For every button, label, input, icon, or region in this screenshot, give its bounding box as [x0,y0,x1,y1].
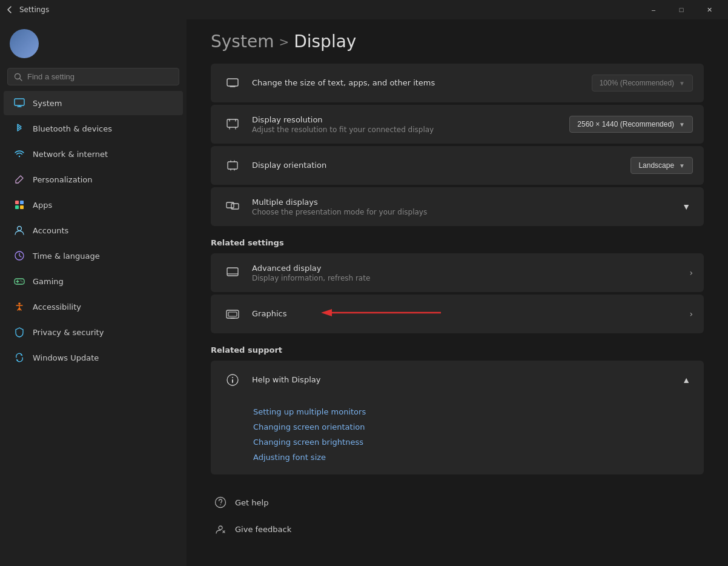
search-input[interactable] [27,72,173,81]
sidebar-item-network-label: Network & internet [33,150,108,159]
scale-text: Change the size of text, apps, and other… [252,78,592,88]
minimize-button[interactable]: – [640,0,667,19]
sidebar-item-accessibility[interactable]: Accessibility [4,295,183,319]
sidebar-item-network[interactable]: Network & internet [4,142,183,166]
sidebar-item-time-label: Time & language [33,251,100,261]
svg-point-35 [220,504,221,505]
search-icon [14,73,22,81]
orientation-text: Display orientation [252,161,630,171]
person-icon [13,224,25,236]
svg-rect-18 [227,79,238,86]
advanced-display-row[interactable]: Advanced display Display information, re… [211,253,704,292]
multiple-displays-row[interactable]: Multiple displays Choose the presentatio… [211,187,704,226]
orientation-dropdown[interactable]: Landscape ▼ [630,157,693,174]
help-icon [222,369,243,391]
svg-rect-24 [227,268,238,276]
titlebar-left: Settings [5,5,49,15]
orientation-icon [222,155,243,176]
svg-point-17 [18,302,21,305]
accessibility-icon [13,301,25,313]
advanced-display-desc: Display information, refresh rate [252,274,689,282]
scale-chevron: ▼ [679,80,685,87]
sidebar-item-update[interactable]: Windows Update [4,345,183,370]
svg-rect-7 [20,201,24,204]
svg-rect-33 [232,379,233,383]
resolution-text: Display resolution Adjust the resolution… [252,115,569,134]
scale-row[interactable]: Change the size of text, apps, and other… [211,64,704,102]
wifi-icon [13,148,25,160]
give-feedback-item[interactable]: Give feedback [211,516,704,542]
graphics-title: Graphics [252,309,689,318]
back-icon[interactable] [5,5,15,15]
svg-point-32 [232,377,233,378]
scale-dropdown[interactable]: 100% (Recommended) ▼ [592,75,693,92]
help-link-orientation[interactable]: Changing screen orientation [253,419,692,434]
advanced-display-title: Advanced display [252,264,689,273]
sidebar-item-accounts[interactable]: Accounts [4,218,183,242]
graphics-wrapper: Graphics › [211,295,704,333]
sidebar-item-personalization[interactable]: Personalization [4,167,183,191]
search-box[interactable] [7,68,179,85]
maximize-button[interactable]: □ [667,0,695,19]
orientation-value: Landscape [638,161,674,170]
scale-control: 100% (Recommended) ▼ [592,75,693,92]
sidebar: System Bluetooth & devices Network & int… [0,19,187,566]
sidebar-item-bluetooth[interactable]: Bluetooth & devices [4,116,183,141]
svg-rect-9 [20,205,24,209]
sidebar-item-bluetooth-label: Bluetooth & devices [33,124,112,133]
multiple-displays-desc: Choose the presentation mode for your di… [252,208,680,216]
sidebar-item-gaming-label: Gaming [33,277,64,286]
svg-rect-21 [228,162,237,169]
titlebar-controls: – □ ✕ [640,0,723,19]
multiple-displays-icon [222,196,243,218]
help-display-row[interactable]: Help with Display ▲ [211,361,704,399]
close-button[interactable]: ✕ [695,0,723,19]
titlebar: Settings – □ ✕ [0,0,728,19]
help-display-collapse[interactable]: ▲ [680,373,693,387]
sidebar-item-personalization-label: Personalization [33,175,93,184]
orientation-title: Display orientation [252,161,630,170]
graphics-row[interactable]: Graphics › [211,295,704,333]
graphics-text: Graphics [252,309,689,319]
sidebar-item-gaming[interactable]: Gaming [4,269,183,293]
sidebar-item-accounts-label: Accounts [33,226,68,235]
help-link-font[interactable]: Adjusting font size [253,450,692,465]
sidebar-item-privacy[interactable]: Privacy & security [4,320,183,344]
avatar [10,29,39,58]
advanced-display-text: Advanced display Display information, re… [252,264,689,282]
multiple-displays-expand[interactable]: ▼ [680,199,693,214]
svg-point-15 [21,281,22,282]
sidebar-item-privacy-label: Privacy & security [33,328,104,337]
resolution-dropdown[interactable]: 2560 × 1440 (Recommended) ▼ [569,116,693,133]
breadcrumb-parent[interactable]: System [211,32,274,52]
help-expanded-section: Setting up multiple monitors Changing sc… [211,397,704,474]
breadcrumb: System > Display [211,32,704,52]
titlebar-title: Settings [19,5,49,14]
give-feedback-icon [213,522,228,536]
orientation-row[interactable]: Display orientation Landscape ▼ [211,146,704,185]
sidebar-item-system-label: System [33,99,62,108]
svg-point-5 [19,156,20,157]
svg-point-36 [219,526,222,530]
help-link-brightness[interactable]: Changing screen brightness [253,434,692,450]
breadcrumb-separator: > [279,35,289,49]
svg-rect-27 [228,312,237,316]
graphics-chevron: › [689,309,693,319]
svg-point-10 [18,227,22,231]
resolution-row[interactable]: Display resolution Adjust the resolution… [211,105,704,144]
help-link-monitors[interactable]: Setting up multiple monitors [253,404,692,419]
svg-line-1 [20,78,22,81]
advanced-display-chevron: › [689,268,693,278]
orientation-chevron: ▼ [679,162,685,169]
resolution-value: 2560 × 1440 (Recommended) [577,120,674,128]
sidebar-item-system[interactable]: System [4,91,183,115]
get-help-label: Get help [235,498,268,507]
multiple-displays-title: Multiple displays [252,198,680,207]
sidebar-item-time[interactable]: Time & language [4,244,183,268]
breadcrumb-current: Display [294,32,356,52]
resolution-chevron: ▼ [679,121,685,128]
get-help-item[interactable]: Get help [211,489,704,516]
time-icon [13,250,25,262]
help-display-title: Help with Display [252,375,680,384]
sidebar-item-apps[interactable]: Apps [4,193,183,217]
